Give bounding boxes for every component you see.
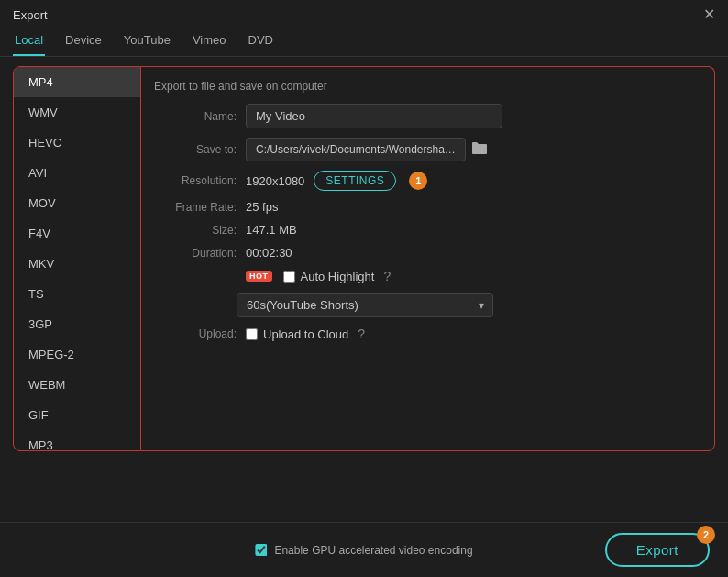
duration-value: 00:02:30 xyxy=(246,246,696,260)
format-item-mkv[interactable]: MKV xyxy=(14,249,140,279)
format-list: MP4 WMV HEVC AVI MOV F4V MKV TS 3GP MPEG… xyxy=(13,66,141,451)
tab-bar: Local Device YouTube Vimeo DVD xyxy=(0,28,728,57)
hot-badge: HOT xyxy=(246,271,272,282)
resolution-label: Resolution: xyxy=(154,174,237,187)
tab-youtube[interactable]: YouTube xyxy=(122,28,172,56)
save-to-label: Save to: xyxy=(154,143,237,156)
gpu-check-row: Enable GPU accelerated video encoding xyxy=(255,544,472,557)
upload-to-cloud-label: Upload to Cloud xyxy=(263,327,348,341)
shorts-dropdown-row: 60s(YouTube Shorts) 30s 15s ▾ xyxy=(237,293,696,317)
main-content: MP4 WMV HEVC AVI MOV F4V MKV TS 3GP MPEG… xyxy=(0,66,728,451)
shorts-duration-dropdown[interactable]: 60s(YouTube Shorts) 30s 15s xyxy=(237,293,493,317)
upload-label: Upload: xyxy=(154,327,237,340)
tab-device[interactable]: Device xyxy=(63,28,104,56)
resolution-row: Resolution: 1920x1080 SETTINGS 1 xyxy=(154,171,696,191)
upload-checkbox-row: Upload to Cloud ? xyxy=(246,327,365,341)
save-path-input[interactable] xyxy=(246,138,466,161)
format-item-mp4[interactable]: MP4 xyxy=(14,67,140,97)
close-button[interactable]: ✕ xyxy=(703,7,715,22)
export-btn-wrapper: Export 2 xyxy=(605,533,710,567)
format-item-hevc[interactable]: HEVC xyxy=(14,128,140,158)
format-item-wmv[interactable]: WMV xyxy=(14,97,140,128)
auto-highlight-row: HOT Auto Highlight ? xyxy=(154,269,696,283)
name-row: Name: xyxy=(154,104,696,128)
export-panel: Export to file and save on computer Name… xyxy=(141,66,715,451)
format-item-f4v[interactable]: F4V xyxy=(14,218,140,249)
auto-highlight-help-icon[interactable]: ? xyxy=(383,269,391,283)
resolution-value: 1920x1080 xyxy=(246,174,304,188)
bottom-bar: Enable GPU accelerated video encoding Ex… xyxy=(0,522,728,577)
format-item-webm[interactable]: WEBM xyxy=(14,370,140,400)
upload-row: Upload: Upload to Cloud ? xyxy=(154,327,696,341)
duration-row: Duration: 00:02:30 xyxy=(154,246,696,260)
frame-rate-label: Frame Rate: xyxy=(154,201,237,214)
badge-2: 2 xyxy=(697,526,715,544)
folder-button[interactable] xyxy=(471,140,488,159)
upload-to-cloud-checkbox[interactable] xyxy=(246,328,258,340)
export-subtitle: Export to file and save on computer xyxy=(154,80,696,93)
size-label: Size: xyxy=(154,224,237,237)
tab-vimeo[interactable]: Vimeo xyxy=(191,28,228,56)
frame-rate-row: Frame Rate: 25 fps xyxy=(154,200,696,214)
name-input[interactable] xyxy=(246,104,502,128)
format-item-mp3[interactable]: MP3 xyxy=(14,430,140,451)
format-item-3gp[interactable]: 3GP xyxy=(14,309,140,339)
export-button[interactable]: Export xyxy=(605,533,710,567)
resolution-value-row: 1920x1080 SETTINGS 1 xyxy=(246,171,427,191)
size-row: Size: 147.1 MB xyxy=(154,223,696,237)
name-label: Name: xyxy=(154,110,237,123)
format-item-ts[interactable]: TS xyxy=(14,279,140,309)
badge-1: 1 xyxy=(409,172,427,190)
auto-highlight-label: Auto Highlight xyxy=(301,270,375,283)
auto-highlight-checkbox-row: HOT Auto Highlight ? xyxy=(246,269,391,283)
duration-label: Duration: xyxy=(154,247,237,260)
tab-local[interactable]: Local xyxy=(13,28,45,56)
size-value: 147.1 MB xyxy=(246,223,696,237)
save-path-row xyxy=(246,138,488,161)
auto-highlight-checkbox[interactable] xyxy=(283,271,295,283)
gpu-label: Enable GPU accelerated video encoding xyxy=(274,544,472,557)
upload-help-icon[interactable]: ? xyxy=(358,327,365,341)
format-item-gif[interactable]: GIF xyxy=(14,400,140,430)
save-to-row: Save to: xyxy=(154,138,696,161)
window-title: Export xyxy=(13,8,48,22)
format-item-mpeg2[interactable]: MPEG-2 xyxy=(14,339,140,370)
format-item-avi[interactable]: AVI xyxy=(14,158,140,188)
title-bar: Export ✕ xyxy=(0,0,728,28)
settings-button[interactable]: SETTINGS xyxy=(314,171,396,191)
frame-rate-value: 25 fps xyxy=(246,200,696,214)
format-item-mov[interactable]: MOV xyxy=(14,188,140,218)
tab-dvd[interactable]: DVD xyxy=(247,28,275,56)
shorts-dropdown-wrapper: 60s(YouTube Shorts) 30s 15s ▾ xyxy=(237,293,493,317)
gpu-checkbox[interactable] xyxy=(255,544,267,556)
